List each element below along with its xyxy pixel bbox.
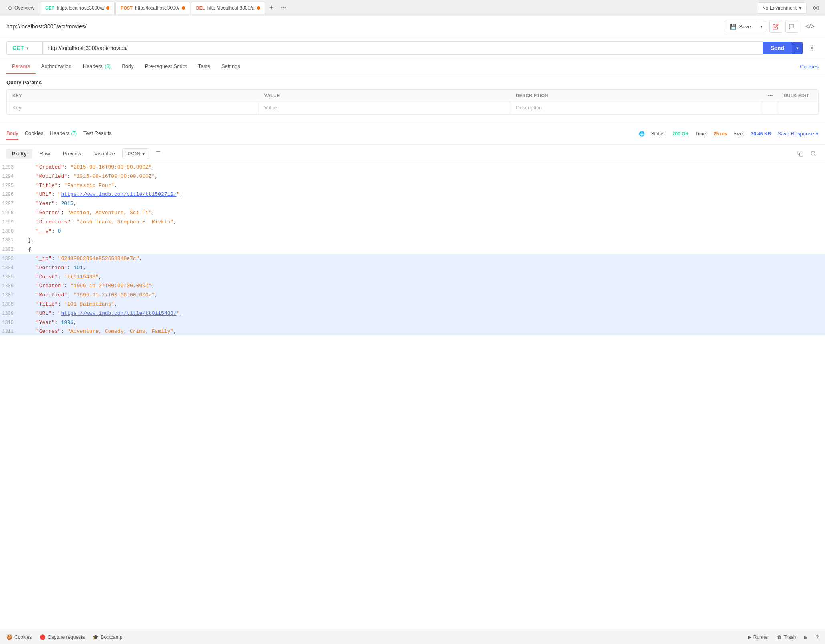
tab-prerequest[interactable]: Pre-request Script [139, 59, 193, 74]
env-label: No Environment [762, 5, 797, 11]
method-selector[interactable]: GET ▾ [6, 41, 42, 55]
format-type-selector[interactable]: JSON ▾ [122, 148, 149, 159]
cookies-bottom-icon: 🍪 [6, 634, 12, 640]
cookies-link[interactable]: Cookies [800, 60, 819, 74]
tab-body[interactable]: Body [116, 59, 139, 74]
request-tabs: Params Authorization Headers (6) Body Pr… [0, 59, 825, 74]
json-line: 1309"URL": "https://www.imdb.com/title/t… [0, 309, 825, 318]
trash-bottom[interactable]: 🗑 Trash [777, 634, 796, 640]
search-button[interactable] [807, 148, 819, 159]
grid-icon: ⊞ [804, 634, 808, 640]
save-response-button[interactable]: Save Response ▾ [777, 131, 819, 137]
svg-rect-5 [799, 153, 803, 156]
tab-headers[interactable]: Headers (6) [77, 59, 116, 74]
line-content: "__v": 0 [20, 227, 825, 236]
line-content: "Created": "1996-11-27T00:00:00.000Z", [20, 282, 825, 290]
json-line: 1303"_id": "62489962864e952663848e7c", [0, 254, 825, 264]
more-header: ••• [762, 90, 778, 101]
edit-button[interactable] [769, 20, 782, 33]
format-tab-preview[interactable]: Preview [57, 149, 87, 159]
svg-point-6 [811, 151, 815, 155]
json-line: 1295"Title": "Fantastic Four", [0, 181, 825, 191]
time-value: 25 ms [714, 131, 727, 137]
resp-tab-body[interactable]: Body [6, 127, 18, 140]
resp-tab-testresults[interactable]: Test Results [83, 127, 112, 140]
grid-icon-bottom[interactable]: ⊞ [804, 634, 808, 640]
description-cell[interactable]: Description [510, 101, 762, 114]
trash-icon: 🗑 [777, 634, 782, 640]
json-line: 1306"Created": "1996-11-27T00:00:00.000Z… [0, 282, 825, 291]
line-number: 1304 [0, 264, 20, 272]
send-dropdown-button[interactable]: ▾ [792, 42, 803, 54]
url-input[interactable] [42, 41, 763, 55]
resp-tab-cookies[interactable]: Cookies [25, 127, 44, 140]
format-bar: Pretty Raw Preview Visualize JSON ▾ [0, 145, 825, 163]
line-content: "_id": "62489962864e952663848e7c", [20, 255, 825, 263]
tab-settings[interactable]: Settings [216, 59, 246, 74]
tab-authorization[interactable]: Authorization [36, 59, 77, 74]
resp-body-label: Body [6, 130, 18, 136]
response-status-area: 🌐 Status: 200 OK Time: 25 ms Size: 30.46… [639, 131, 819, 137]
json-viewer[interactable]: 1293"Created": "2015-08-16T00:00:00.000Z… [0, 163, 825, 335]
tab-overview[interactable]: ⊙ Overview [3, 2, 39, 14]
line-number: 1299 [0, 218, 20, 226]
format-tab-pretty[interactable]: Pretty [6, 149, 32, 159]
save-dropdown-button[interactable]: ▾ [757, 22, 766, 32]
code-button[interactable]: </> [801, 20, 819, 32]
method-arrow-icon: ▾ [26, 46, 28, 50]
method-current: GET [12, 45, 24, 51]
line-number: 1311 [0, 328, 20, 335]
request-title: http://localhost:3000/api/movies/ [6, 23, 87, 30]
size-value: 30.46 KB [751, 131, 771, 137]
line-number: 1302 [0, 246, 20, 254]
eye-icon[interactable] [811, 2, 822, 14]
bootcamp-bottom[interactable]: 🎓 Bootcamp [93, 634, 122, 640]
more-tabs-button[interactable]: ••• [278, 5, 290, 11]
tab-params[interactable]: Params [6, 59, 36, 74]
json-line: 1305"Const": "tt0115433", [0, 273, 825, 282]
help-bottom[interactable]: ? [816, 634, 819, 640]
send-button[interactable]: Send [763, 42, 792, 54]
line-content: "Modified": "2015-08-16T00:00:00.000Z", [20, 173, 825, 181]
line-content: "URL": "https://www.imdb.com/title/tt150… [20, 191, 825, 199]
env-arrow-icon: ▾ [799, 5, 801, 11]
new-tab-button[interactable]: + [266, 4, 277, 12]
globe-icon: 🌐 [639, 131, 645, 137]
key-cell[interactable]: Key [7, 101, 259, 114]
line-content: "Position": 101, [20, 264, 825, 272]
tab-tests[interactable]: Tests [193, 59, 216, 74]
json-line: 1302{ [0, 245, 825, 254]
environment-selector[interactable]: No Environment ▾ [757, 2, 807, 14]
bootcamp-icon: 🎓 [93, 634, 99, 640]
save-button[interactable]: 💾 Save [724, 21, 757, 32]
trash-label: Trash [784, 634, 796, 640]
tab-get-url: http://localhost:3000/a [57, 5, 104, 11]
runner-bottom[interactable]: ▶ Runner [748, 634, 769, 640]
json-line: 1296"URL": "https://www.imdb.com/title/t… [0, 190, 825, 199]
tab-del[interactable]: DEL http://localhost:3000/a [191, 2, 265, 14]
cookies-bottom-label: Cookies [14, 634, 32, 640]
format-tab-visualize[interactable]: Visualize [89, 149, 121, 159]
cookies-bottom[interactable]: 🍪 Cookies [6, 634, 32, 640]
tab-get[interactable]: GET http://localhost:3000/a [40, 2, 115, 14]
line-content: "URL": "https://www.imdb.com/title/tt011… [20, 310, 825, 318]
json-line: 1301}, [0, 236, 825, 245]
svg-point-1 [811, 47, 813, 49]
json-line: 1298"Genres": "Action, Adventure, Sci-Fi… [0, 209, 825, 218]
capture-bottom[interactable]: 🔴 Capture requests [40, 634, 85, 640]
line-content: "Title": "101 Dalmatians", [20, 300, 825, 309]
query-params-title: Query Params [6, 79, 819, 85]
line-number: 1295 [0, 182, 20, 190]
copy-button[interactable] [795, 148, 806, 159]
filter-button[interactable] [151, 148, 165, 159]
save-button-group: 💾 Save ▾ [724, 21, 766, 32]
bulk-edit-cell [778, 101, 818, 114]
line-number: 1294 [0, 173, 20, 181]
resp-tab-headers[interactable]: Headers (7) [50, 127, 77, 140]
settings-tab-label: Settings [221, 63, 240, 69]
comment-button[interactable] [785, 20, 798, 33]
value-cell[interactable]: Value [259, 101, 511, 114]
format-tab-raw[interactable]: Raw [34, 149, 56, 159]
magic-icon[interactable] [806, 42, 819, 54]
tab-post[interactable]: POST http://localhost:3000/ [115, 2, 190, 14]
